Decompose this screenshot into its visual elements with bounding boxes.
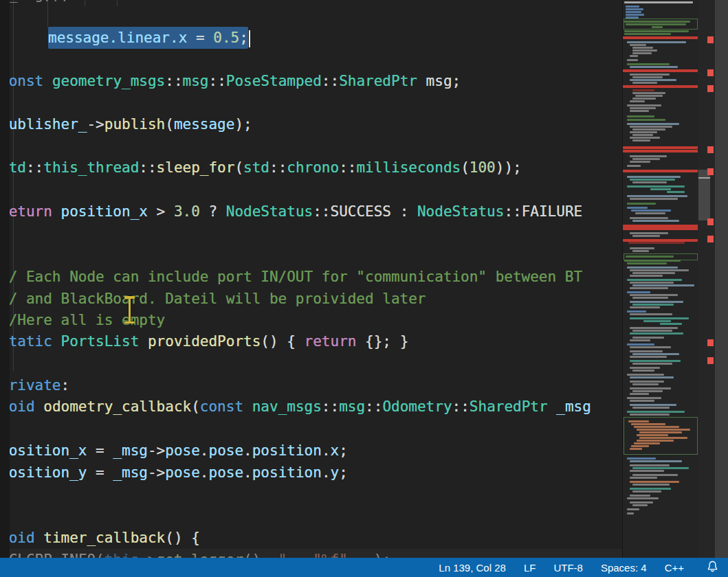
status-eol[interactable]: LF xyxy=(515,558,545,577)
code-line[interactable]: (_msg)); xyxy=(0,0,622,5)
code-line[interactable]: void timer_callback() { xyxy=(0,527,622,549)
code-line[interactable]: position_y = _msg->pose.pose.position.y; xyxy=(0,462,622,484)
minimap-code-line xyxy=(627,291,650,293)
minimap-code-line xyxy=(626,14,644,16)
minimap-code-line xyxy=(632,220,679,222)
minimap-code-line xyxy=(627,165,641,167)
minimap-code-line xyxy=(630,107,656,109)
code-line[interactable]: message.linear.x = 0.5; xyxy=(0,27,622,49)
minimap-code-line xyxy=(627,195,687,197)
minimap-code-line xyxy=(627,310,646,313)
code-line[interactable]: return position_x > 3.0 ? NodeStatus::SU… xyxy=(0,201,622,223)
minimap-code-line xyxy=(632,181,667,183)
code-line[interactable]: static PortsList providedPorts() { retur… xyxy=(0,330,622,352)
code-line[interactable]: std::this_thread::sleep_for(std::chrono:… xyxy=(0,157,622,179)
minimap-code-line xyxy=(630,414,670,416)
minimap-code-line xyxy=(627,279,682,281)
editor-pane[interactable]: (_msg));message.linear.x = 0.5;const geo… xyxy=(0,0,622,558)
code-line[interactable]: private: xyxy=(0,374,622,396)
code-line[interactable]: } xyxy=(0,483,622,505)
overview-ruler-error-mark xyxy=(707,146,714,153)
code-token: )); xyxy=(496,159,522,176)
code-token: -> xyxy=(148,464,165,481)
code-token: pose xyxy=(165,442,200,459)
code-token: _msg xyxy=(113,464,148,481)
encoding-label: UTF-8 xyxy=(553,562,583,574)
minimap-code-line xyxy=(630,400,654,402)
overview-ruler-error-mark xyxy=(707,236,714,242)
code-line[interactable]: const geometry_msgs::msg::PoseStamped::S… xyxy=(0,70,622,92)
status-encoding[interactable]: UTF-8 xyxy=(544,558,592,577)
minimap-code-line xyxy=(627,123,679,125)
minimap-code-line xyxy=(630,339,650,341)
minimap-code-line xyxy=(632,98,656,100)
code-token: PortsList xyxy=(61,333,140,350)
minimap-code-line xyxy=(630,287,668,289)
code-line[interactable]: void odometry_callback(const nav_msgs::m… xyxy=(0,396,622,418)
minimap-code-line xyxy=(632,128,665,131)
code-token: publisher_ xyxy=(0,116,87,133)
minimap-code-line xyxy=(630,161,650,163)
code-line[interactable]: position_x = _msg->pose.pose.position.x; xyxy=(0,440,622,462)
overview-ruler-error-mark xyxy=(707,218,714,225)
code-token: . xyxy=(322,442,331,459)
code-token: // Each Node can include port IN/OUT for… xyxy=(0,269,582,285)
code-token: SUCCESS xyxy=(331,203,392,220)
code-token: -> xyxy=(148,442,165,459)
minimap-code-line xyxy=(630,100,645,102)
minimap-code-line xyxy=(627,512,634,514)
code-token: :: xyxy=(269,159,287,176)
code-token: . xyxy=(243,464,252,481)
minimap-code-line xyxy=(632,353,679,355)
code-line[interactable]: } xyxy=(0,223,622,245)
status-cursor-position[interactable]: Ln 139, Col 28 xyxy=(430,558,515,577)
code-line[interactable]: // and BlackBoard. Dateil will be proivi… xyxy=(0,288,622,310)
minimap-code-line xyxy=(632,250,649,252)
code-token: PoseStamped xyxy=(226,73,322,89)
status-indentation[interactable]: Spaces: 4 xyxy=(592,558,656,577)
code-token: :: xyxy=(165,73,182,89)
minimap-code-line xyxy=(630,356,667,358)
code-token: -> xyxy=(139,552,156,558)
code-token: msg xyxy=(339,398,365,415)
minimap-code-line xyxy=(630,464,670,466)
code-line[interactable]: publisher_->publish(message); xyxy=(0,113,622,135)
minimap-error-line xyxy=(623,85,698,88)
status-language-mode[interactable]: C++ xyxy=(656,558,693,577)
minimap-code-line xyxy=(630,477,657,479)
minimap-code-line xyxy=(627,115,654,117)
minimap-code-line xyxy=(624,1,693,3)
code-token: this_thread xyxy=(43,159,139,176)
minimap-code-line xyxy=(630,327,678,329)
code-line[interactable]: //Here all is empty xyxy=(0,309,622,331)
minimap-code-line xyxy=(630,79,676,81)
code-token: ... xyxy=(287,552,313,558)
code-token: :: xyxy=(452,398,470,415)
minimap-code-line xyxy=(628,242,685,244)
code-line[interactable]: // Each Node can include port IN/OUT for… xyxy=(0,266,622,288)
minimap-code-line xyxy=(630,282,674,284)
indentation-label: Spaces: 4 xyxy=(601,562,647,574)
scrollbar-track[interactable] xyxy=(698,0,715,558)
code-token: timer_callback xyxy=(43,530,165,546)
code-token: msg; xyxy=(417,73,461,89)
overview-ruler-error-mark xyxy=(707,339,714,346)
code-token: ; xyxy=(339,442,348,459)
minimap-code-line xyxy=(630,232,668,234)
minimap-code-line xyxy=(632,52,652,54)
minimap-code-line xyxy=(630,360,681,362)
overview-ruler-error-mark xyxy=(707,36,714,43)
minimap-error-line xyxy=(623,170,698,172)
minimap[interactable] xyxy=(622,0,698,558)
code-token: :: xyxy=(339,159,356,176)
minimap-comment-box xyxy=(624,417,698,455)
code-token: . xyxy=(200,442,209,459)
window-right-edge xyxy=(715,0,728,558)
minimap-code-line xyxy=(627,397,661,399)
minimap-code-line xyxy=(630,404,676,406)
minimap-code-line xyxy=(632,272,675,274)
code-line[interactable]: RCLCPP_INFO(this->get_logger(), "..."%f"… xyxy=(0,549,622,558)
code-token: 100 xyxy=(470,159,496,176)
notifications-button[interactable] xyxy=(693,558,728,577)
minimap-code-line xyxy=(627,374,664,376)
